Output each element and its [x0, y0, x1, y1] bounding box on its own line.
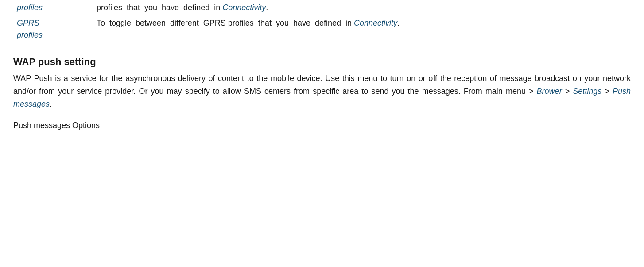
definition-row-gprs: GPRS profiles To toggle between differen…: [13, 15, 631, 43]
desc-gprs-profiles: To toggle between different GPRS profile…: [93, 15, 631, 43]
definition-row-profiles: profiles profiles that you have defined …: [13, 0, 631, 15]
link-connectivity-1[interactable]: Connectivity: [222, 3, 266, 12]
term-profiles: profiles: [13, 0, 93, 15]
definition-table: profiles profiles that you have defined …: [13, 0, 631, 43]
wap-push-heading: WAP push setting: [13, 56, 631, 68]
page-content: profiles profiles that you have defined …: [9, 0, 635, 130]
link-brower[interactable]: Brower: [537, 87, 562, 96]
term-gprs-line1: GPRS: [17, 19, 39, 27]
term-gprs-line2: profiles: [17, 31, 43, 39]
link-settings[interactable]: Settings: [573, 87, 601, 96]
desc-profiles: profiles that you have defined in Connec…: [93, 0, 631, 15]
link-connectivity-2[interactable]: Connectivity: [354, 19, 397, 27]
term-gprs-profiles: GPRS profiles: [13, 15, 93, 43]
wap-push-body: WAP Push is a service for the asynchrono…: [13, 72, 631, 110]
push-options-label: Push messages Options: [13, 121, 631, 130]
